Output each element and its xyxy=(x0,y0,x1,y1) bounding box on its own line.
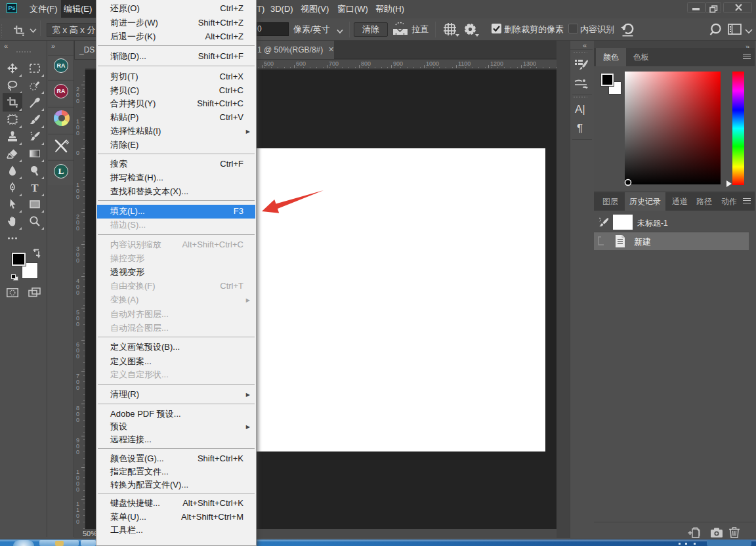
svg-text:T: T xyxy=(31,182,39,194)
